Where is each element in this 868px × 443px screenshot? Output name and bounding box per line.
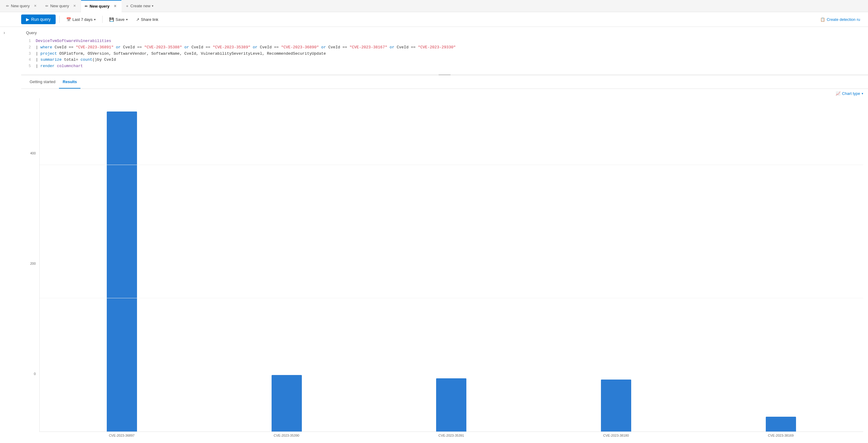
results-label: Results (63, 79, 77, 84)
code-line-5: 5 | render columnchart (26, 63, 863, 69)
bar-cve-35391 (436, 378, 466, 432)
bar-cve-38169 (766, 417, 796, 432)
time-range-chevron-icon: ▾ (94, 18, 96, 21)
tab-bar: ✏ New query ✕ ✏ New query ✕ ✏ New query … (0, 0, 868, 12)
share-label: Share link (141, 17, 158, 22)
chart-icon: 📈 (836, 91, 840, 96)
tab-new-query-3[interactable]: ✏ New query ✕ (81, 0, 122, 12)
sidebar-toggle-button[interactable]: › (0, 27, 8, 38)
y-label-0: 0 (26, 372, 38, 376)
query-icon-3: ✏ (85, 4, 88, 8)
tab-label-1: New query (11, 4, 30, 8)
toolbar-separator-1 (59, 16, 60, 23)
bar-group-1 (40, 98, 205, 432)
query-icon-2: ✏ (45, 4, 49, 8)
code-content-2: | where CveId == "CVE-2023-36891" or Cve… (36, 44, 456, 51)
code-content-5: | render columnchart (36, 63, 83, 69)
chart-type-chevron-icon: ▾ (862, 92, 863, 95)
close-tab-2[interactable]: ✕ (72, 3, 77, 8)
bar-group-3 (369, 98, 534, 432)
results-tabs-bar: Getting started Results (21, 75, 868, 89)
line-num-5: 5 (26, 64, 36, 69)
y-label-400: 400 (26, 151, 38, 155)
line-num-3: 3 (26, 51, 36, 57)
chart-toolbar: 📈 Chart type ▾ (21, 89, 868, 98)
save-label: Save (116, 17, 125, 22)
toolbar: › ▶ Run query 📅 Last 7 days ▾ 💾 Save ▾ ↗… (0, 12, 868, 27)
query-label: Query (26, 31, 863, 35)
code-content-1: DeviceTvmSoftwareVulnerabilities (36, 38, 111, 44)
x-axis-labels: CVE-2023-36897 CVE-2023-35390 CVE-2023-3… (39, 433, 863, 441)
bar-group-4 (534, 98, 699, 432)
main-area: Query 1 DeviceTvmSoftwareVulnerabilities… (0, 27, 868, 443)
run-query-label: Run query (31, 17, 51, 22)
close-tab-1[interactable]: ✕ (33, 3, 38, 8)
chart-area: 0 200 400 (21, 98, 868, 443)
toolbar-right: 📋 Create detection ru (817, 15, 863, 24)
chart-container: 0 200 400 (26, 98, 863, 441)
time-range-button[interactable]: 📅 Last 7 days ▾ (63, 15, 99, 24)
code-content-3: | project OSPlatform, OSVersion, Softwar… (36, 51, 326, 57)
plus-icon: ＋ (125, 3, 129, 9)
tab-new-query-2[interactable]: ✏ New query ✕ (42, 0, 81, 12)
y-axis-labels: 0 200 400 (26, 98, 38, 432)
bar-group-5 (698, 98, 863, 432)
x-label-4: CVE-2023-38180 (533, 433, 698, 441)
tab-getting-started[interactable]: Getting started (26, 75, 59, 89)
code-line-1: 1 DeviceTvmSoftwareVulnerabilities (26, 38, 863, 44)
calendar-icon: 📅 (66, 17, 71, 22)
save-icon: 💾 (109, 17, 114, 22)
tab-results[interactable]: Results (59, 75, 81, 89)
bars-area (39, 98, 863, 432)
chart-type-label: Chart type (842, 91, 860, 96)
chevron-right-icon: › (4, 30, 5, 35)
share-icon: ↗ (136, 17, 140, 22)
code-line-2: 2 | where CveId == "CVE-2023-36891" or C… (26, 44, 863, 51)
time-range-label: Last 7 days (72, 17, 93, 22)
code-editor[interactable]: 1 DeviceTvmSoftwareVulnerabilities 2 | w… (26, 37, 863, 71)
save-button[interactable]: 💾 Save ▾ (106, 15, 131, 24)
bar-cve-36897 (107, 111, 137, 432)
tab-new-query-1[interactable]: ✏ New query ✕ (2, 0, 42, 12)
line-num-2: 2 (26, 45, 36, 50)
query-icon-1: ✏ (6, 4, 9, 8)
chevron-down-icon: ▾ (152, 4, 153, 7)
play-icon: ▶ (26, 17, 29, 22)
x-label-1: CVE-2023-36897 (39, 433, 204, 441)
getting-started-label: Getting started (30, 79, 55, 84)
query-section: Query 1 DeviceTvmSoftwareVulnerabilities… (21, 27, 868, 74)
code-line-4: 4 | summarize total= count()by CveId (26, 57, 863, 63)
create-new-label: Create new (130, 4, 150, 8)
x-label-5: CVE-2023-38169 (698, 433, 863, 441)
save-chevron-icon: ▾ (126, 18, 128, 21)
toolbar-separator-2 (102, 16, 102, 23)
chart-type-button[interactable]: 📈 Chart type ▾ (836, 91, 863, 96)
line-num-1: 1 (26, 38, 36, 44)
close-tab-3[interactable]: ✕ (113, 4, 118, 9)
detection-icon: 📋 (820, 17, 825, 22)
create-detection-button[interactable]: 📋 Create detection ru (817, 15, 863, 24)
create-detection-label: Create detection ru (827, 17, 860, 22)
create-new-button[interactable]: ＋ Create new ▾ (122, 0, 157, 12)
run-query-button[interactable]: ▶ Run query (21, 14, 56, 24)
bar-cve-35390 (272, 375, 302, 432)
code-line-3: 3 | project OSPlatform, OSVersion, Softw… (26, 51, 863, 57)
tab-label-3: New query (90, 4, 110, 8)
share-button[interactable]: ↗ Share link (133, 15, 161, 24)
bar-cve-38180 (601, 379, 631, 432)
x-label-2: CVE-2023-35390 (204, 433, 369, 441)
code-content-4: | summarize total= count()by CveId (36, 57, 116, 63)
y-label-200: 200 (26, 262, 38, 265)
x-label-3: CVE-2023-35391 (369, 433, 534, 441)
results-section: Getting started Results 📈 Chart type ▾ 0… (21, 75, 868, 443)
bar-group-2 (205, 98, 369, 432)
tab-label-2: New query (50, 4, 69, 8)
line-num-4: 4 (26, 57, 36, 63)
